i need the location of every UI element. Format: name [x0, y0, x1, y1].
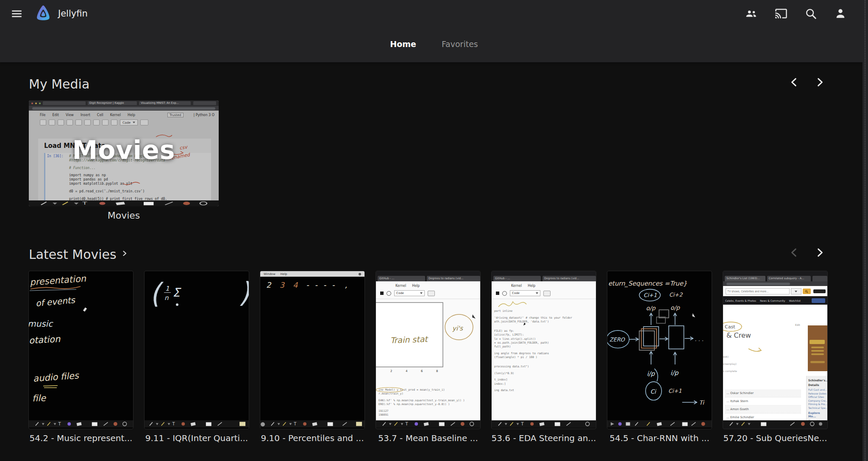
library-caption[interactable]: Movies [29, 210, 219, 221]
svg-text:2: 2 [390, 369, 392, 373]
toolbar-button [49, 119, 55, 125]
whiteboard-toolbar: T [260, 420, 364, 428]
movie-caption[interactable]: 53.6 - EDA Steering an... [491, 433, 596, 443]
my-media-scroll-arrows [789, 76, 825, 90]
cell-type-select: Code [510, 290, 540, 296]
browser-tab: Schindler's List (1993)... [725, 276, 765, 281]
notebook-toolbar: Code [492, 289, 596, 299]
traffic-yellow-icon [35, 103, 37, 104]
people-icon [745, 7, 758, 20]
site-search-button[interactable] [803, 289, 811, 294]
chevron-left-icon[interactable] [789, 76, 800, 90]
explore-link[interactable]: Explore Mo... [808, 411, 827, 418]
svg-text:& Crew: & Crew [726, 331, 751, 339]
svg-text:T: T [405, 422, 408, 426]
magnifier-icon [805, 290, 808, 293]
tab-home[interactable]: Home [390, 39, 416, 49]
browser-tab: Digit Recognizer | Kaggle [88, 101, 137, 105]
syncplay-button[interactable] [745, 7, 758, 20]
formula-paren: ) [239, 276, 249, 309]
movie-card[interactable]: eturn_Sequences =True} Ci+1 Ci+2 o/p o/p [607, 271, 712, 443]
svg-text:6: 6 [421, 369, 423, 373]
window-menubar: WindowHelp [260, 271, 364, 277]
movie-thumbnail[interactable]: ( 1 n Σ ) T [144, 271, 249, 429]
board-word: otation [28, 334, 60, 346]
svg-text:Cast: Cast [725, 324, 735, 330]
home-tabs: Home Favorites [0, 27, 868, 61]
movie-caption[interactable]: 9.11 - IQR(Inter Quarti... [144, 433, 249, 443]
yellow-squiggle [498, 300, 536, 309]
movie-card[interactable]: GitHub - ... Degrees to radians (vid... … [376, 271, 481, 443]
app-bar: Jellyfin [0, 0, 868, 27]
movie-thumbnail[interactable]: eturn_Sequences =True} Ci+1 Ci+2 o/p o/p [607, 271, 712, 429]
user-button[interactable] [834, 7, 847, 20]
movie-thumbnail[interactable]: GitHub - ... Degrees to radians (vid... … [376, 271, 481, 429]
movie-caption[interactable]: 9.10 - Percentiles and ... [260, 433, 365, 443]
caret-down-icon [536, 292, 538, 294]
svg-text:T: T [82, 201, 87, 206]
movie-caption[interactable]: 54.5 - Char-RNN with ... [607, 433, 712, 443]
chevron-left-icon[interactable] [789, 246, 800, 261]
movies-library-thumbnail[interactable]: Digit Recognizer | Kaggle Visualizing MN… [29, 100, 219, 206]
browser-tab: Visualizing MNIST: An Exp... [139, 101, 191, 105]
movies-library-card[interactable]: Digit Recognizer | Kaggle Visualizing MN… [29, 100, 219, 221]
underline-stroke [42, 385, 67, 389]
video-toolbar: T [376, 420, 480, 428]
movie-caption[interactable]: 57.20 - Sub QueriesNe... [723, 433, 828, 443]
rnn-diagram: eturn_Sequences =True} Ci+1 Ci+2 o/p o/p [607, 271, 712, 422]
svg-text:Train stat: Train stat [390, 334, 428, 345]
formula-sigma: Σ [172, 286, 180, 300]
movie-card[interactable]: GitHub - ... Degrees to radians (vid... … [491, 271, 596, 443]
web-page: Celebs, Events & PhotosNews & CommunityW… [723, 286, 827, 422]
movie-thumbnail[interactable]: WindowHelp 234- - - -, T [260, 271, 365, 429]
movie-card[interactable]: ( 1 n Σ ) T 9.11 - IQR(Inter Quarti... [144, 271, 249, 443]
caret-down-icon [795, 291, 797, 292]
board-word: music [28, 319, 53, 329]
movie-card[interactable]: Schindler's List (1993)... Correlated su… [723, 271, 828, 443]
chevron-right-icon[interactable] [814, 246, 825, 261]
movie-caption[interactable]: 53.7 - Mean Baseline ... [376, 433, 481, 443]
formula-denominator: n [164, 294, 169, 302]
browser-tabs: Schindler's List (1993)... Correlated su… [723, 271, 827, 281]
movie-thumbnail[interactable]: presentation of events music otation aud… [28, 271, 134, 429]
movie-poster [808, 325, 827, 371]
svg-text:Ci+1: Ci+1 [668, 388, 682, 394]
browser-tab: Degrees to radians (vid... [542, 276, 596, 281]
cursor-icon [692, 313, 695, 317]
toolbar-button [75, 119, 82, 125]
search-category-select[interactable] [791, 288, 801, 294]
movie-card[interactable]: presentation of events music otation aud… [28, 271, 134, 443]
notebook-toolbar: Code [29, 119, 219, 127]
edit-link[interactable]: Edit [795, 323, 800, 326]
search-button[interactable] [804, 7, 817, 20]
underline-stroke [29, 286, 84, 292]
menu-button[interactable] [11, 8, 22, 19]
toolbar-button [67, 119, 73, 125]
movie-caption[interactable]: 54.2 - Music represent... [28, 433, 134, 443]
page-scrollbar[interactable] [862, 0, 868, 461]
site-search-input[interactable] [726, 288, 790, 294]
svg-text:o/p: o/p [670, 304, 680, 311]
movie-thumbnail[interactable]: GitHub - ... Degrees to radians (vid... … [491, 271, 596, 429]
sidebar-links[interactable]: Full Cast and...Release DatesOfficial Si… [808, 388, 827, 410]
formula-numerator: 1 [164, 285, 171, 293]
svg-text:T: T [58, 422, 61, 426]
movie-thumbnail[interactable]: Schindler's List (1993)... Correlated su… [723, 271, 828, 429]
notebook-area: KernelHelp Code port inline'driving_data… [492, 281, 596, 422]
movie-card[interactable]: WindowHelp 234- - - -, T 9.10 - Percenti… [260, 271, 365, 443]
facebook-button[interactable] [812, 298, 825, 303]
latest-movies-link[interactable]: Latest Movies [29, 247, 128, 262]
cast-button[interactable] [775, 7, 787, 20]
notebook-toolbar: Code [376, 289, 480, 299]
video-toolbar: T [492, 420, 596, 428]
chevron-right-icon[interactable] [814, 76, 825, 90]
cell-type-select: Code [120, 119, 138, 125]
whiteboard-toolbar: T [29, 420, 133, 428]
tab-favorites[interactable]: Favorites [442, 39, 478, 49]
kernel-name: | Python 3 O [194, 113, 214, 117]
jellyfin-logo-icon[interactable] [33, 4, 53, 23]
toolbar-button [111, 119, 117, 125]
site-logo [813, 289, 826, 293]
details-sidebar: Schindler's... Details Full Cast and...R… [806, 376, 827, 422]
latest-movies-row: presentation of events music otation aud… [28, 271, 862, 443]
